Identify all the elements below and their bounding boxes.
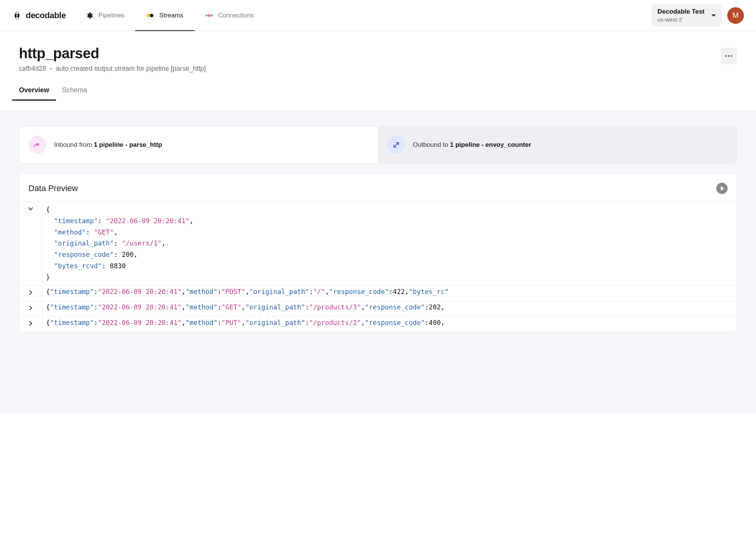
inbound-arrow-icon bbox=[28, 136, 47, 154]
content: Inbound from 1 pipeline - parse_http Out… bbox=[0, 111, 756, 414]
tab-overview[interactable]: Overview bbox=[19, 86, 49, 100]
collapse-toggle[interactable] bbox=[19, 202, 42, 286]
nav-item-pipelines[interactable]: Pipelines bbox=[83, 0, 127, 31]
svg-point-4 bbox=[211, 14, 213, 17]
nav-label: Streams bbox=[159, 12, 183, 19]
account-text: Decodable Test us-west-2 bbox=[658, 8, 705, 23]
page-subtitle: cafb4d28 auto created output stream for … bbox=[19, 65, 206, 73]
io-summary: Inbound from 1 pipeline - parse_http Out… bbox=[19, 126, 737, 163]
expand-toggle[interactable] bbox=[19, 301, 42, 317]
data-preview-title: Data Preview bbox=[28, 183, 78, 193]
tabs: Overview Schema bbox=[19, 86, 737, 100]
main-nav: Pipelines Streams Connections bbox=[83, 0, 256, 31]
nav-label: Connections bbox=[218, 12, 254, 19]
tab-schema[interactable]: Schema bbox=[62, 86, 87, 100]
decodable-logo-icon bbox=[12, 11, 22, 20]
preview-row: {"timestamp":"2022-06-09 20:20:41","meth… bbox=[19, 301, 737, 317]
nav-label: Pipelines bbox=[98, 12, 124, 19]
svg-point-3 bbox=[208, 14, 211, 17]
json-cell: { "timestamp": "2022-06-09 20:20:41", "m… bbox=[42, 202, 737, 286]
expand-toggle[interactable] bbox=[19, 317, 42, 332]
nav-item-connections[interactable]: Connections bbox=[203, 0, 256, 31]
svg-point-1 bbox=[150, 14, 153, 17]
data-preview-card: Data Preview { "timestamp": "2022-06-09 … bbox=[19, 173, 737, 332]
account-switcher[interactable]: Decodable Test us-west-2 bbox=[652, 4, 722, 26]
connection-icon bbox=[205, 11, 213, 20]
nav-item-streams[interactable]: Streams bbox=[144, 0, 185, 31]
stream-icon bbox=[146, 11, 155, 20]
data-preview-table: { "timestamp": "2022-06-09 20:20:41", "m… bbox=[19, 202, 737, 332]
preview-row: {"timestamp":"2022-06-09 20:20:41","meth… bbox=[19, 317, 737, 332]
preview-row: {"timestamp":"2022-06-09 20:20:41","meth… bbox=[19, 286, 737, 301]
brand-logo[interactable]: decodable bbox=[12, 11, 66, 20]
chevron-down-icon bbox=[711, 14, 716, 17]
json-cell: {"timestamp":"2022-06-09 20:20:41","meth… bbox=[42, 286, 737, 301]
page-title: http_parsed bbox=[19, 45, 206, 62]
avatar[interactable]: M bbox=[727, 7, 744, 24]
expand-toggle[interactable] bbox=[19, 286, 42, 301]
outbound-card[interactable]: Outbound to 1 pipeline - envoy_counter bbox=[378, 127, 737, 163]
json-cell: {"timestamp":"2022-06-09 20:20:41","meth… bbox=[42, 301, 737, 317]
svg-point-2 bbox=[205, 14, 208, 17]
top-bar: decodable Pipelines Streams Connections … bbox=[0, 0, 756, 31]
play-button[interactable] bbox=[716, 183, 728, 194]
more-actions-button[interactable] bbox=[720, 48, 737, 64]
page-header: http_parsed cafb4d28 auto created output… bbox=[0, 31, 756, 111]
preview-row: { "timestamp": "2022-06-09 20:20:41", "m… bbox=[19, 202, 737, 286]
gear-icon bbox=[86, 11, 94, 20]
outbound-arrow-icon bbox=[387, 136, 405, 154]
inbound-card[interactable]: Inbound from 1 pipeline - parse_http bbox=[19, 127, 378, 163]
json-cell: {"timestamp":"2022-06-09 20:20:41","meth… bbox=[42, 317, 737, 332]
